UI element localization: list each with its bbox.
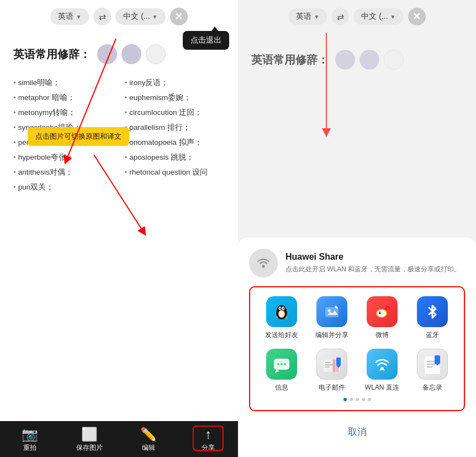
- right-lang-from-arrow: ▼: [314, 14, 319, 20]
- bluetooth-icon: [417, 296, 448, 327]
- gallery-label: 编辑并分享: [315, 330, 348, 340]
- circle-2: [121, 44, 141, 64]
- svg-point-17: [380, 312, 381, 313]
- word-rhetorical: rhetorical question 设问: [125, 165, 225, 180]
- dot-4: [362, 398, 365, 401]
- share-sheet: Huawei Share 点击此处开启 WLAN 和蓝牙，无需流量，极速分享或打…: [238, 238, 476, 457]
- weibo-icon: [367, 296, 398, 327]
- cancel-button[interactable]: 取消: [249, 418, 465, 446]
- share-app-email[interactable]: 电子邮件: [309, 349, 355, 392]
- left-lang-from-label: 英语: [58, 12, 73, 22]
- retake-label: 重拍: [23, 443, 36, 453]
- retake-icon: 📷: [22, 428, 38, 441]
- word-col-right: irony反语； euphemism委婉； circumlocution 迂回；…: [125, 75, 225, 195]
- share-grid-container: 发送给好友 编辑并分享: [249, 286, 465, 411]
- left-lang-from-arrow: ▼: [76, 14, 81, 20]
- left-close-btn[interactable]: ✕: [170, 8, 188, 25]
- left-panel: 英语 ▼ ⇄ 中文 (... ▼ ✕ 点击退出 英语常用修辞：: [0, 0, 238, 457]
- left-lang-from-btn[interactable]: 英语 ▼: [50, 8, 89, 25]
- toolbar-edit[interactable]: ✏️ 编辑: [119, 428, 179, 453]
- qq-icon: [266, 296, 297, 327]
- share-app-bluetooth[interactable]: 蓝牙: [409, 296, 455, 340]
- svg-point-11: [279, 311, 284, 317]
- left-lang-to-label: 中文 (...: [123, 12, 150, 22]
- annotation-box: 点击图片可切换原图和译文: [28, 127, 129, 146]
- share-grid: 发送给好友 编辑并分享: [259, 296, 455, 392]
- tooltip: 点击退出: [183, 31, 229, 50]
- svg-rect-12: [325, 307, 339, 317]
- right-bg-content: 英语常用修辞：: [238, 33, 476, 81]
- toolbar-share[interactable]: ↑ 分享: [178, 428, 238, 453]
- huawei-share-header: Huawei Share 点击此处开启 WLAN 和蓝牙，无需流量，极速分享或打…: [249, 249, 465, 277]
- word-euphemism: euphemism委婉；: [125, 90, 225, 105]
- circle-3: [146, 44, 166, 64]
- svg-point-36: [436, 363, 438, 365]
- share-app-gallery[interactable]: 编辑并分享: [309, 296, 355, 340]
- weibo-label: 微博: [375, 330, 389, 340]
- dot-3: [356, 398, 359, 401]
- word-pun: pun双关；: [13, 180, 114, 195]
- share-app-weibo[interactable]: 微博: [359, 296, 405, 340]
- toolbar-retake[interactable]: 📷 重拍: [0, 428, 60, 453]
- dot-1: [343, 398, 347, 401]
- right-close-btn[interactable]: ✕: [408, 8, 426, 25]
- right-header-area: 英语常用修辞：: [251, 50, 463, 70]
- word-hyperbole: hyperbole夸张；: [13, 150, 114, 165]
- toolbar-save[interactable]: ⬜ 保存图片: [60, 428, 119, 453]
- right-circle-1: [335, 50, 355, 70]
- right-content-title: 英语常用修辞：: [251, 52, 329, 67]
- share-app-message[interactable]: 信息: [259, 349, 305, 392]
- right-circles: [335, 50, 404, 70]
- left-lang-to-arrow: ▼: [152, 14, 158, 20]
- gallery-icon: [316, 296, 347, 327]
- huawei-share-icon: [249, 249, 278, 277]
- left-content: 英语常用修辞： simile明喻； metaphor 暗喻； metonymy转…: [0, 33, 238, 421]
- word-irony: irony反语；: [125, 75, 225, 90]
- right-lang-to-arrow: ▼: [390, 14, 396, 20]
- share-app-wlan[interactable]: WLAN 直连: [359, 349, 405, 392]
- word-simile: simile明喻；: [13, 75, 114, 90]
- bluetooth-label: 蓝牙: [426, 330, 439, 340]
- right-panel: 英语 ▼ ⇄ 中文 (... ▼ ✕ 英语常用修辞：: [238, 0, 476, 457]
- share-app-qq[interactable]: 发送给好友: [259, 296, 305, 340]
- svg-point-8: [280, 308, 281, 309]
- right-lang-from-btn[interactable]: 英语 ▼: [288, 8, 327, 25]
- right-swap-btn[interactable]: ⇄: [331, 8, 349, 25]
- svg-point-19: [277, 363, 279, 365]
- word-metaphor: metaphor 暗喻；: [13, 90, 114, 105]
- right-circle-2: [359, 50, 379, 70]
- svg-point-21: [284, 363, 286, 365]
- right-lang-to-label: 中文 (...: [361, 12, 388, 22]
- svg-point-15: [377, 310, 386, 317]
- email-icon: [316, 349, 347, 380]
- huawei-share-text: Huawei Share 点击此处开启 WLAN 和蓝牙，无需流量，极速分享或打…: [285, 252, 461, 274]
- right-top-bar: 英语 ▼ ⇄ 中文 (... ▼ ✕: [238, 0, 476, 33]
- share-icon: ↑: [205, 428, 211, 441]
- left-top-bar: 英语 ▼ ⇄ 中文 (... ▼ ✕: [0, 0, 238, 33]
- email-label: 电子邮件: [319, 383, 345, 392]
- svg-point-20: [281, 363, 283, 365]
- edit-icon: ✏️: [140, 428, 157, 441]
- memo-icon: [417, 349, 448, 380]
- huawei-share-title: Huawei Share: [285, 252, 461, 262]
- save-icon: ⬜: [81, 428, 98, 441]
- circle-1: [97, 44, 117, 64]
- left-content-title: 英语常用修辞：: [13, 47, 91, 62]
- left-lang-to-btn[interactable]: 中文 (... ▼: [115, 8, 165, 25]
- page-dots: [259, 398, 455, 401]
- svg-rect-28: [336, 358, 341, 365]
- dot-5: [368, 398, 371, 401]
- wlan-icon: [367, 349, 398, 380]
- right-lang-from-label: 英语: [296, 12, 311, 22]
- memo-label: 备忘录: [422, 383, 442, 392]
- left-circles: [97, 44, 166, 64]
- word-metonymy: metonymy转喻；: [13, 105, 114, 120]
- qq-label: 发送给好友: [265, 330, 298, 340]
- share-app-memo[interactable]: 备忘录: [409, 349, 455, 392]
- svg-rect-35: [435, 355, 440, 364]
- word-aposiopesis: aposiopesis 跳脱；: [125, 150, 225, 165]
- svg-point-13: [328, 309, 331, 312]
- right-lang-to-btn[interactable]: 中文 (... ▼: [353, 8, 403, 25]
- save-label: 保存图片: [76, 443, 103, 453]
- left-swap-btn[interactable]: ⇄: [93, 8, 111, 25]
